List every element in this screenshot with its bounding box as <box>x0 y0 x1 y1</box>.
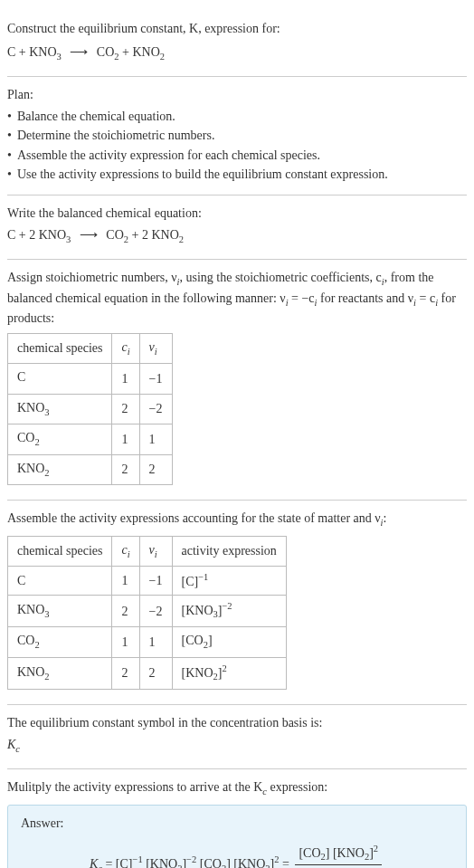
plan-list: •Balance the chemical equation. •Determi… <box>7 108 467 184</box>
sub: 2 <box>34 640 39 650</box>
table-row: KNO3 2 −2 <box>8 394 173 424</box>
bullet-icon: • <box>7 108 12 126</box>
sup: 2 <box>374 844 378 854</box>
bullet-icon: • <box>7 127 12 145</box>
cell-c: 1 <box>112 424 139 454</box>
sup: −2 <box>222 601 232 611</box>
t: Mulitply the activity expressions to arr… <box>7 780 262 794</box>
t: = c <box>416 291 435 305</box>
sup: −1 <box>198 572 208 582</box>
cell-c: 1 <box>112 364 139 394</box>
answer-box: Answer: Kc = [C]−1 [KNO3]−2 [CO2] [KNO2]… <box>7 805 467 868</box>
plan-item: •Use the activity expressions to build t… <box>7 166 467 184</box>
intro-prompt: Construct the equilibrium constant, K, e… <box>7 20 467 38</box>
plan-item-text: Use the activity expressions to build th… <box>17 166 388 184</box>
header-nu: νi <box>139 536 172 566</box>
table-header-row: chemical species ci νi activity expressi… <box>8 536 287 566</box>
cell-species: KNO2 <box>8 657 112 689</box>
cell-c: 2 <box>112 596 139 627</box>
t: CO <box>17 634 34 647</box>
cell-c: 1 <box>112 627 139 657</box>
cell-nu: 2 <box>139 657 172 689</box>
t: K <box>90 857 98 868</box>
sub: i <box>155 548 157 558</box>
plan-item-text: Determine the stoichiometric numbers. <box>17 127 215 145</box>
balanced-equation: C + 2 KNO3 ⟶ CO2 + 2 KNO2 <box>7 226 467 246</box>
answer-formula: Kc = [C]−1 [KNO3]−2 [CO2] [KNO2]2 = [CO2… <box>21 839 453 868</box>
plan-item: •Assemble the activity expression for ea… <box>7 147 467 165</box>
answer-label: Answer: <box>21 815 453 833</box>
t: [KNO <box>182 666 213 680</box>
cell-species: C <box>8 567 112 596</box>
arrow-icon: ⟶ <box>80 226 98 244</box>
sup: −1 <box>133 854 143 864</box>
symbol-text: The equilibrium constant symbol in the c… <box>7 714 467 732</box>
t: KNO <box>17 401 44 415</box>
t: CO <box>17 431 34 444</box>
cell-expr: [CO2] <box>172 627 286 657</box>
cell-species: C <box>8 364 112 394</box>
cell-c: 1 <box>112 567 139 596</box>
numerator: [CO2] [KNO2]2 <box>295 843 382 865</box>
table-row: CO2 1 1 <box>8 424 173 454</box>
sub: i <box>128 346 130 356</box>
bullet-icon: • <box>7 166 12 184</box>
t: KNO <box>17 462 44 475</box>
cell-c: 2 <box>112 394 139 424</box>
eq-sub: 3 <box>57 51 62 61</box>
t: [KNO <box>182 604 213 617</box>
final-text: Mulitply the activity expressions to arr… <box>7 778 467 798</box>
arrow-icon: ⟶ <box>70 43 88 62</box>
t: [C] <box>182 575 199 588</box>
header-species: chemical species <box>8 536 112 566</box>
plan-section: Plan: •Balance the chemical equation. •D… <box>7 77 467 196</box>
eq-sub: 2 <box>160 51 165 61</box>
activity-section: Assemble the activity expressions accoun… <box>7 501 467 705</box>
sub: 2 <box>44 672 49 682</box>
eq-sub: 3 <box>66 234 71 243</box>
sup: −2 <box>186 854 196 864</box>
balanced-title: Write the balanced chemical equation: <box>7 205 467 223</box>
cell-expr: [KNO3]−2 <box>172 596 286 627</box>
cell-nu: 1 <box>139 424 172 454</box>
activity-title: Assemble the activity expressions accoun… <box>7 510 467 529</box>
cell-nu: −2 <box>139 394 172 424</box>
header-c: ci <box>112 333 139 363</box>
plan-item-text: Assemble the activity expression for eac… <box>17 147 320 165</box>
sub: i <box>128 548 130 558</box>
t: [KNO <box>231 857 266 868</box>
eq-sub: 2 <box>179 234 184 243</box>
header-species: chemical species <box>8 333 112 363</box>
cell-species: KNO3 <box>8 596 112 627</box>
cell-species: KNO2 <box>8 454 112 484</box>
final-section: Mulitply the activity expressions to arr… <box>7 769 467 868</box>
table-row: C 1 −1 [C]−1 <box>8 567 287 596</box>
t: [CO <box>196 857 222 868</box>
sub: 2 <box>44 467 49 477</box>
sub: c <box>15 743 20 753</box>
t: ] [KNO <box>326 846 365 860</box>
cell-nu: −1 <box>139 567 172 596</box>
table-row: CO2 1 1 [CO2] <box>8 627 287 657</box>
t: = −c <box>289 291 315 305</box>
eq-rhs2: + 2 KNO <box>128 228 179 242</box>
intro-section: Construct the equilibrium constant, K, e… <box>7 11 467 77</box>
activity-table: chemical species ci νi activity expressi… <box>7 536 287 691</box>
stoich-table: chemical species ci νi C 1 −1 KNO3 2 −2 … <box>7 333 173 485</box>
stoich-section: Assign stoichiometric numbers, νi, using… <box>7 260 467 501</box>
plan-item-text: Balance the chemical equation. <box>17 108 175 126</box>
cell-species: CO2 <box>8 424 112 454</box>
plan-item: •Determine the stoichiometric numbers. <box>7 127 467 145</box>
sub: 2 <box>34 437 39 447</box>
symbol-section: The equilibrium constant symbol in the c… <box>7 705 467 769</box>
sub: 3 <box>44 406 49 416</box>
eq-rhs2: + KNO <box>119 45 160 59</box>
cell-c: 2 <box>112 657 139 689</box>
balanced-section: Write the balanced chemical equation: C … <box>7 196 467 260</box>
plan-title: Plan: <box>7 86 467 104</box>
header-nu: νi <box>139 333 172 363</box>
sub: i <box>155 346 157 356</box>
table-header-row: chemical species ci νi <box>8 333 173 363</box>
cell-nu: 2 <box>139 454 172 484</box>
eq-lhs: C + 2 KNO <box>7 228 66 242</box>
